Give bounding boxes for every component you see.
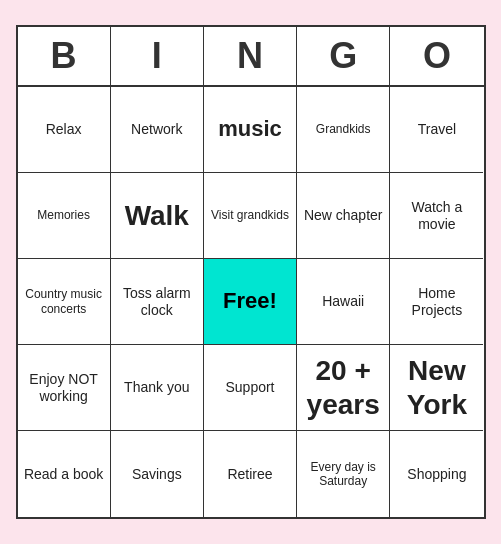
bingo-cell: Free! <box>204 259 297 345</box>
bingo-cell: Savings <box>111 431 204 517</box>
header-letter: I <box>111 27 204 85</box>
header-letter: G <box>297 27 390 85</box>
header-letter: O <box>390 27 483 85</box>
bingo-cell: Shopping <box>390 431 483 517</box>
bingo-cell: Network <box>111 87 204 173</box>
bingo-cell: Toss alarm clock <box>111 259 204 345</box>
bingo-cell: Retiree <box>204 431 297 517</box>
bingo-card: BINGO RelaxNetworkmusicGrandkidsTravelMe… <box>16 25 486 519</box>
header-letter: B <box>18 27 111 85</box>
bingo-cell: Read a book <box>18 431 111 517</box>
bingo-cell: Country music concerts <box>18 259 111 345</box>
bingo-cell: Support <box>204 345 297 431</box>
bingo-cell: Home Projects <box>390 259 483 345</box>
bingo-header: BINGO <box>18 27 484 87</box>
bingo-cell: Thank you <box>111 345 204 431</box>
bingo-grid: RelaxNetworkmusicGrandkidsTravelMemories… <box>18 87 484 517</box>
bingo-cell: music <box>204 87 297 173</box>
bingo-cell: Hawaii <box>297 259 390 345</box>
bingo-cell: Walk <box>111 173 204 259</box>
bingo-cell: Travel <box>390 87 483 173</box>
bingo-cell: Visit grandkids <box>204 173 297 259</box>
bingo-cell: New chapter <box>297 173 390 259</box>
header-letter: N <box>204 27 297 85</box>
bingo-cell: Relax <box>18 87 111 173</box>
bingo-cell: Grandkids <box>297 87 390 173</box>
bingo-cell: Every day is Saturday <box>297 431 390 517</box>
bingo-cell: New York <box>390 345 483 431</box>
bingo-cell: Memories <box>18 173 111 259</box>
bingo-cell: Enjoy NOT working <box>18 345 111 431</box>
bingo-cell: Watch a movie <box>390 173 483 259</box>
bingo-cell: 20 + years <box>297 345 390 431</box>
